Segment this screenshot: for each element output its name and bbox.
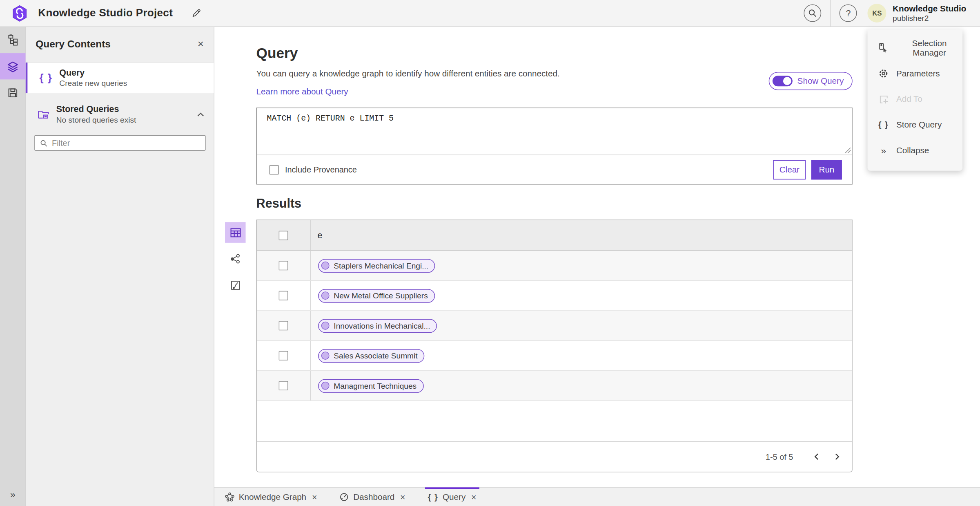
entity-chip[interactable]: Staplers Mechanical Engi...	[318, 259, 435, 273]
menu-item-store-query[interactable]: { } Store Query	[867, 112, 962, 138]
layers-icon	[7, 60, 19, 72]
resize-grip-icon[interactable]	[845, 148, 851, 153]
menu-item-label: Parameters	[896, 69, 940, 78]
filter-search-icon	[40, 139, 47, 147]
map-icon	[230, 280, 240, 290]
previous-page-button[interactable]	[807, 447, 827, 467]
tab-knowledge-graph[interactable]: Knowledge Graph ×	[222, 488, 320, 506]
menu-item-label: Collapse	[896, 146, 929, 155]
entity-dot-icon	[321, 262, 330, 270]
user-avatar[interactable]: KS	[868, 4, 886, 22]
edit-title-button[interactable]	[192, 8, 201, 18]
column-header-e: e	[311, 220, 852, 250]
include-provenance-checkbox[interactable]	[270, 165, 279, 174]
app-logo-icon	[12, 4, 27, 21]
panel-item-query[interactable]: { } Query Create new queries	[26, 63, 214, 93]
close-icon[interactable]: ×	[312, 492, 317, 502]
table-pagination: 1-5 of 5	[257, 441, 852, 472]
search-icon	[808, 9, 817, 17]
header-divider	[830, 0, 831, 27]
query-editor-footer: Include Provenance Clear Run	[257, 155, 852, 184]
toggle-on-icon	[772, 76, 792, 86]
filter-field	[34, 135, 205, 151]
run-button[interactable]: Run	[811, 160, 842, 179]
query-item-text: Query Create new queries	[59, 67, 127, 89]
entity-chip[interactable]: Innovations in Mechanical...	[318, 319, 437, 333]
learn-more-link[interactable]: Learn more about Query	[256, 87, 348, 96]
help-button[interactable]: ?	[840, 4, 857, 22]
braces-icon: { }	[878, 120, 889, 130]
left-icon-rail: »	[0, 27, 26, 506]
table-empty-space	[257, 401, 852, 441]
pagination-label: 1-5 of 5	[766, 452, 793, 461]
link-chart-view-button[interactable]	[225, 249, 246, 269]
entity-chip[interactable]: New Metal Office Suppliers	[318, 289, 435, 302]
select-all-checkbox[interactable]	[279, 231, 288, 240]
menu-item-collapse[interactable]: » Collapse	[867, 138, 962, 163]
tab-dashboard[interactable]: Dashboard ×	[336, 488, 408, 506]
entity-label: Staplers Mechanical Engi...	[334, 261, 428, 270]
query-textarea[interactable]: MATCH (e) RETURN e LIMIT 5	[257, 108, 852, 154]
menu-item-label: Store Query	[896, 120, 942, 130]
row-checkbox-cell	[257, 281, 311, 310]
stored-item-title: Stored Queries	[56, 104, 136, 114]
row-checkbox[interactable]	[279, 261, 288, 270]
results-view-switcher	[225, 222, 246, 295]
map-view-button[interactable]	[225, 275, 246, 296]
dashboard-gauge-icon	[340, 493, 349, 502]
entity-chip[interactable]: Sales Associate Summit	[318, 349, 424, 363]
include-provenance-label: Include Provenance	[285, 165, 357, 174]
close-icon[interactable]: ×	[471, 492, 477, 502]
tab-query[interactable]: { } Query ×	[425, 488, 479, 506]
show-query-toggle[interactable]: Show Query	[768, 72, 853, 90]
entity-chip[interactable]: Managment Techniques	[318, 379, 423, 393]
table-row: Staplers Mechanical Engi...	[257, 251, 852, 281]
row-checkbox[interactable]	[279, 321, 288, 330]
filter-input[interactable]	[52, 138, 200, 148]
stored-queries-folder-icon	[38, 109, 49, 120]
close-icon[interactable]: ×	[400, 492, 405, 502]
row-checkbox[interactable]	[279, 291, 288, 300]
query-item-title: Query	[59, 67, 127, 78]
table-view-button[interactable]	[225, 222, 246, 243]
table-row: Sales Associate Summit	[257, 341, 852, 371]
next-page-button[interactable]	[827, 447, 847, 467]
search-button[interactable]	[804, 4, 822, 22]
panel-close-button[interactable]: ×	[198, 38, 204, 51]
rail-item-data-model[interactable]	[0, 27, 26, 53]
chevron-up-icon[interactable]	[196, 111, 205, 117]
entity-label: Managment Techniques	[334, 381, 416, 390]
add-to-icon	[878, 94, 889, 104]
editor-actions: Clear Run	[773, 160, 842, 179]
query-editor: MATCH (e) RETURN e LIMIT 5 Include Prove…	[256, 107, 853, 184]
header-checkbox-cell	[257, 220, 311, 250]
table-icon	[229, 227, 241, 237]
row-checkbox-cell	[257, 341, 311, 370]
tab-label: Query	[443, 493, 466, 502]
row-value-cell: Sales Associate Summit	[311, 341, 852, 370]
rail-item-layers[interactable]	[0, 53, 26, 79]
row-checkbox[interactable]	[279, 351, 288, 360]
bottom-tab-bar: Knowledge Graph × Dashboard × { } Query …	[214, 487, 980, 506]
menu-item-selection-manager[interactable]: Selection Manager	[867, 35, 962, 61]
row-value-cell: New Metal Office Suppliers	[311, 281, 852, 310]
knowledge-graph-icon	[225, 493, 234, 502]
app-header: Knowledge Studio Project ?	[0, 0, 980, 27]
expand-rail-button[interactable]: »	[0, 486, 26, 502]
braces-icon: { }	[428, 493, 439, 502]
panel-item-stored-queries[interactable]: Stored Queries No stored queries exist	[26, 101, 214, 128]
double-chevron-right-icon: »	[878, 145, 889, 156]
menu-item-parameters[interactable]: Parameters	[867, 60, 962, 86]
rail-item-save[interactable]	[0, 79, 26, 105]
entity-label: Innovations in Mechanical...	[334, 321, 430, 330]
show-query-label: Show Query	[797, 76, 844, 86]
table-row: Managment Techniques	[257, 371, 852, 401]
table-row: Innovations in Mechanical...	[257, 311, 852, 341]
query-heading: Query	[256, 45, 298, 62]
clear-button[interactable]: Clear	[773, 160, 806, 179]
row-checkbox[interactable]	[279, 381, 288, 390]
entity-label: Sales Associate Summit	[334, 351, 417, 360]
chevron-right-icon	[833, 452, 841, 461]
question-mark-icon: ?	[846, 8, 851, 18]
row-checkbox-cell	[257, 371, 311, 401]
